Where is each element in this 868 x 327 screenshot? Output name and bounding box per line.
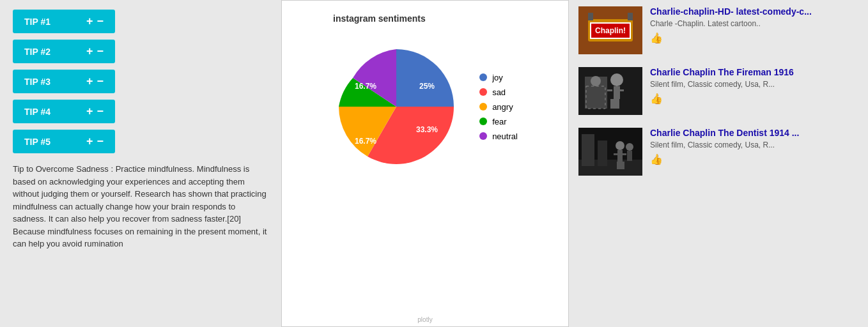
tip-row-3: TIP #3 + − [13,70,268,93]
tip-2-minus-icon[interactable]: − [97,45,104,58]
tip-row-4: TIP #4 + − [13,100,268,123]
legend-item-neutral: neutral [479,132,518,141]
video-thumbnail-2[interactable] [578,67,642,115]
pie-chart: 25% 33.3% 16.7% 16.7% [332,43,460,171]
svg-rect-27 [627,151,632,161]
legend-item-joy: joy [479,73,518,82]
svg-rect-25 [621,162,624,169]
thumbnail-svg-1: Chaplin! [578,6,642,54]
thumbnail-svg-3 [578,128,642,176]
legend-label-joy: joy [492,73,503,82]
svg-point-7 [610,73,623,86]
tip-row-5: TIP #5 + − [13,130,268,153]
center-panel: instagram sentiments 25% 33.3% 16.7% 16.… [281,0,569,327]
video-card-3: Charlie Chaplin The Dentist 1914 ... Sil… [578,128,858,176]
video-card-2: Charlie Chaplin The Fireman 1916 Silent … [578,67,858,115]
tip-5-label: TIP #5 [24,137,82,147]
video-title-3[interactable]: Charlie Chaplin The Dentist 1914 ... [650,128,858,138]
svg-rect-5 [628,13,633,20]
video-thumbnail-1[interactable]: Chaplin! [578,6,642,54]
video-desc-1: Charle -Chaplin. Latest cartoon.. [650,19,858,28]
left-panel: TIP #1 + − TIP #2 + − TIP #3 + − TIP [0,0,281,327]
svg-rect-21 [617,150,623,162]
tip-1-button[interactable]: TIP #1 + − [13,10,115,33]
tip-3-plus-icon[interactable]: + [86,75,93,88]
legend-dot-fear [479,118,487,125]
legend-dot-angry [479,103,487,110]
svg-rect-10 [619,89,624,91]
svg-rect-9 [607,89,612,91]
svg-rect-18 [582,134,594,166]
chart-footer: plotly [417,316,432,323]
legend-dot-neutral [479,132,487,140]
video-title-1[interactable]: Charlie-chaplin-HD- latest-comedy-c... [650,6,858,17]
chart-title: instagram sentiments [333,13,426,24]
svg-rect-1 [588,19,633,42]
tip-4-label: TIP #4 [24,107,82,117]
legend-item-angry: angry [479,102,518,112]
legend-item-sad: sad [479,87,518,97]
video-desc-3: Silent film, Classic comedy, Usa, R... [650,141,858,149]
video-info-2: Charlie Chaplin The Fireman 1916 Silent … [650,67,858,115]
svg-rect-4 [588,13,593,20]
tip-1-label: TIP #1 [24,17,82,27]
tip-2-button[interactable]: TIP #2 + − [13,40,115,63]
tip-1-plus-icon[interactable]: + [86,15,93,28]
tip-3-button[interactable]: TIP #3 + − [13,70,115,93]
legend-dot-sad [479,88,487,96]
video-info-3: Charlie Chaplin The Dentist 1914 ... Sil… [650,128,858,176]
svg-point-20 [616,141,624,150]
svg-text:Chaplin!: Chaplin! [596,27,624,34]
video-card-1: Chaplin! Charlie-chaplin-HD- latest-come… [578,6,858,54]
legend-label-fear: fear [492,117,506,126]
tip-1-minus-icon[interactable]: − [97,15,104,28]
tip-5-minus-icon[interactable]: − [97,135,104,148]
chart-container: 25% 33.3% 16.7% 16.7% joy sad angry fear [332,43,518,171]
tip-row-2: TIP #2 + − [13,40,268,63]
svg-rect-22 [614,153,617,155]
pie-label-sad: 33.3% [416,125,438,134]
like-icon-3[interactable]: 👍 [650,154,663,165]
tip-4-button[interactable]: TIP #4 + − [13,100,115,123]
pie-slice-joy [396,49,454,107]
tip-2-label: TIP #2 [24,47,82,57]
tip-4-minus-icon[interactable]: − [97,105,104,118]
pie-label-angry: 16.7% [355,137,376,146]
svg-point-26 [626,143,633,151]
tip-buttons-container: TIP #1 + − TIP #2 + − TIP #3 + − TIP [13,10,268,153]
svg-rect-8 [614,86,620,99]
like-icon-1[interactable]: 👍 [650,33,663,43]
svg-rect-11 [610,99,615,109]
video-info-1: Charlie-chaplin-HD- latest-comedy-c... C… [650,6,858,54]
legend-item-fear: fear [479,117,518,126]
right-panel: Chaplin! Charlie-chaplin-HD- latest-come… [569,0,868,327]
pie-label-joy: 25% [419,82,435,91]
svg-rect-2 [591,22,630,38]
tip-2-plus-icon[interactable]: + [86,45,93,58]
svg-rect-12 [615,99,619,109]
legend-dot-joy [479,73,487,81]
svg-point-14 [591,76,601,86]
thumbnail-svg-2 [578,67,642,115]
tip-description-text: Tip to Overcome Sadness : Practice mindf… [13,163,268,250]
svg-rect-24 [617,162,621,169]
video-thumbnail-3[interactable] [578,128,642,176]
tip-3-minus-icon[interactable]: − [97,75,104,88]
pie-label-neutral: 16.7% [355,82,376,91]
tip-3-label: TIP #3 [24,77,82,87]
chart-legend: joy sad angry fear neutral [479,73,518,141]
video-title-2[interactable]: Charlie Chaplin The Fireman 1916 [650,67,858,77]
svg-rect-23 [623,153,626,155]
svg-rect-19 [598,141,607,166]
tip-5-button[interactable]: TIP #5 + − [13,130,115,153]
legend-label-sad: sad [492,87,506,97]
tip-4-plus-icon[interactable]: + [86,105,93,118]
tip-5-plus-icon[interactable]: + [86,135,93,148]
legend-label-neutral: neutral [492,132,518,141]
like-icon-2[interactable]: 👍 [650,93,663,104]
legend-label-angry: angry [492,102,513,112]
tip-row-1: TIP #1 + − [13,10,268,33]
video-desc-2: Silent film, Classic comedy, Usa, R... [650,80,858,89]
